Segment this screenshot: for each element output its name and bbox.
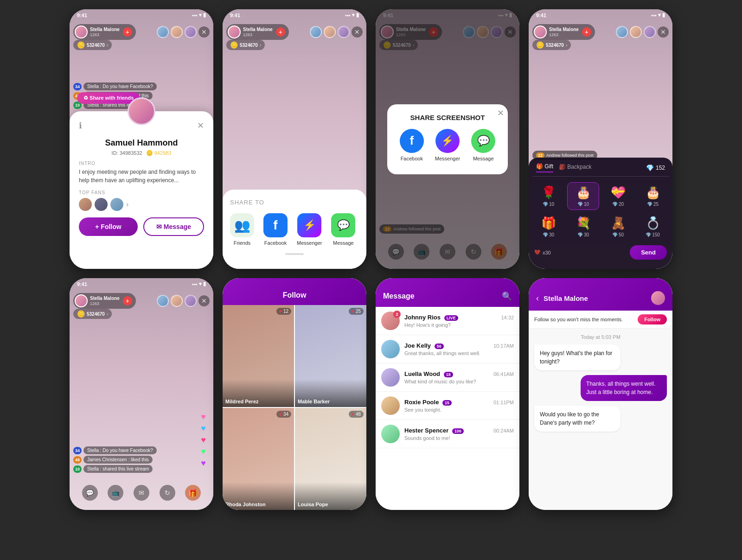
gift-box[interactable]: 🎁 💎30 xyxy=(532,213,564,241)
ss-messenger-icon: ⚡ xyxy=(435,129,460,153)
share-label-fb: Facebook xyxy=(264,240,287,246)
profile-card: ℹ ✕ Samuel Hammond ID: 34983532 🪙 942983… xyxy=(70,111,213,269)
gift-cake2[interactable]: 🎂 💎25 xyxy=(637,182,669,210)
follow-card-4[interactable]: ♥ 48 Louisa Pope xyxy=(295,408,366,510)
msg-item-4[interactable]: Roxie Poole 15 01:11PM See you tonight. xyxy=(376,392,519,420)
wifi-icon-2: ▾ xyxy=(352,12,355,18)
gift-send-row: ❤️ x30 Send xyxy=(532,245,669,260)
status-bar-1: 9:41 ▪▪▪ ▾ ▮ xyxy=(70,9,213,19)
info-icon: ℹ xyxy=(79,121,82,131)
intro-text: I enjoy meeting new people and finding w… xyxy=(79,168,204,185)
ss-messenger[interactable]: ⚡ Messenger xyxy=(435,129,460,161)
screenshot-overlay: ✕ SHARE SCREENSHOT f Facebook ⚡ Messenge… xyxy=(376,9,519,269)
chat-header: ‹ Stella Malone xyxy=(529,278,672,311)
phone-2-share: 9:41 ▪▪▪ ▾ ▮ Stella Malone 1263 + ✕ xyxy=(223,9,366,269)
msg-header-title: Message xyxy=(383,292,415,300)
streamer-avatar-1 xyxy=(75,25,88,38)
fan-1 xyxy=(79,198,92,211)
message-button[interactable]: ✉ Message xyxy=(143,217,204,236)
chat-btn-5[interactable]: 💬 xyxy=(82,485,98,501)
follow-count-3: ♥ 34 xyxy=(276,411,291,418)
phone-1-profile: 9:41 ▪▪▪ ▾ ▮ Stella Malone 1263 + ✕ xyxy=(70,9,213,269)
signal-icon-2: ▪▪▪ xyxy=(345,13,351,18)
share-label-messenger: Messenger xyxy=(297,240,322,246)
gift-panel: 🎁 Gift 🎒 Backpack 💎 152 🌹 💎10 🎂 💎10 💝 xyxy=(529,158,672,269)
coins-bar-1[interactable]: 🪙 5324670 › xyxy=(73,40,112,50)
follow-count-4: ♥ 48 xyxy=(349,411,364,418)
chat-messages: Today at 5:03 PM Hey guys! What's the pl… xyxy=(529,329,672,510)
message-page: Message 🔍 2 Johnny Rios LIVE 14:32 Hey! … xyxy=(376,278,519,510)
msg-item-2[interactable]: Joe Kelly 56 10:17AM Great thanks, all t… xyxy=(376,335,519,363)
msg-header: Message 🔍 xyxy=(376,278,519,307)
screen-btn-5[interactable]: 📺 xyxy=(108,485,123,501)
follow-count-1: ♥ 12 xyxy=(276,308,291,315)
battery-icon-2: ▮ xyxy=(356,12,359,18)
share-friends[interactable]: 👥 Friends xyxy=(230,213,254,246)
chat-header-name: Stella Malone xyxy=(544,294,646,302)
status-icons-2: ▪▪▪ ▾ ▮ xyxy=(345,12,359,18)
close-btn-2[interactable]: ✕ xyxy=(352,26,363,38)
close-btn-5[interactable]: ✕ xyxy=(198,295,210,306)
viewer-av-2 xyxy=(324,26,336,38)
msg-search-icon[interactable]: 🔍 xyxy=(502,291,512,301)
follow-card-1[interactable]: ♥ 12 Mildred Perez xyxy=(223,305,294,407)
send-button[interactable]: Send xyxy=(630,245,667,260)
follow-name-1: Mildred Perez xyxy=(225,399,259,404)
message-icon-share: 💬 xyxy=(331,213,355,237)
follow-card-2[interactable]: ♥ 25 Mable Barker xyxy=(295,305,366,407)
ss-facebook[interactable]: f Facebook xyxy=(400,129,424,161)
share-message[interactable]: 💬 Message xyxy=(331,213,355,246)
gift-bear[interactable]: 🧸 💎50 xyxy=(602,213,634,241)
profile-actions: + Follow ✉ Message xyxy=(79,217,204,236)
msg-unread-1: 2 xyxy=(393,311,401,318)
phone-6-follow: Follow ♥ 12 Mildred Perez ♥ 25 M xyxy=(223,278,366,510)
close-profile-btn[interactable]: ✕ xyxy=(197,121,204,131)
streamer-name-wrap-1: Stella Malone 1263 xyxy=(90,27,120,37)
phone-8-chat: ‹ Stella Malone Follow so you won't miss… xyxy=(529,278,672,510)
follow-card-3[interactable]: ♥ 34 Rhoda Johnston xyxy=(223,408,294,510)
gift-tabs: 🎁 Gift 🎒 Backpack 💎 152 xyxy=(532,163,669,177)
refresh-btn-5[interactable]: ↻ xyxy=(160,485,175,501)
follow-button[interactable]: + Follow xyxy=(79,217,138,236)
share-facebook[interactable]: f Facebook xyxy=(263,213,288,246)
close-btn-1[interactable]: ✕ xyxy=(198,26,210,38)
top-fans-row: › xyxy=(79,198,204,211)
coins-bar-2[interactable]: 🪙 5324670 › xyxy=(226,40,265,50)
plus-btn-2[interactable]: + xyxy=(276,27,285,37)
chat-back-btn[interactable]: ‹ xyxy=(536,293,539,303)
gift-btn-5[interactable]: 🎁 xyxy=(185,485,201,501)
coins-num: 942983 xyxy=(154,150,172,156)
share-title: SHARE TO xyxy=(230,199,359,206)
ss-message[interactable]: 💬 Message xyxy=(471,129,495,161)
gift-heart[interactable]: 💝 💎20 xyxy=(602,182,634,210)
gift-rose[interactable]: 🌹 💎10 xyxy=(532,182,564,210)
gift-bouquet[interactable]: 💐 💎30 xyxy=(567,213,599,241)
gift-tab-gift[interactable]: 🎁 Gift xyxy=(536,163,553,172)
screenshot-close-btn[interactable]: ✕ xyxy=(497,108,504,118)
bubble-row-1: Hey guys! What's the plan for tonight? xyxy=(534,344,667,370)
streamer-info-1[interactable]: Stella Malone 1263 + xyxy=(73,24,136,40)
mail-btn-5[interactable]: ✉ xyxy=(134,485,149,501)
plus-btn-1[interactable]: + xyxy=(123,27,132,37)
chat-msg-5-3: 10 Stella : shared this live stream xyxy=(73,465,157,473)
msg-item-3[interactable]: Luella Wood 18 06:41AM What kind of musi… xyxy=(376,363,519,392)
streamer-info-2[interactable]: Stella Malone 1263 + xyxy=(226,24,289,40)
close-btn-4[interactable]: ✕ xyxy=(658,26,669,38)
follow-name-2: Mable Barker xyxy=(298,399,330,404)
bubble-row-3: Would you like to go the Dane's party wi… xyxy=(534,406,667,432)
follow-banner-btn[interactable]: Follow xyxy=(638,314,667,325)
viewer-avatar-3 xyxy=(185,26,197,38)
gift-cake[interactable]: 🎂 💎10 xyxy=(567,182,599,210)
profile-avatar-large xyxy=(128,97,155,125)
status-bar-5: 9:41 ▪▪▪ ▾ ▮ xyxy=(70,278,213,288)
msg-item-1[interactable]: 2 Johnny Rios LIVE 14:32 Hey! How's it g… xyxy=(376,307,519,335)
msg-item-5[interactable]: Hester Spencer 106 00:24AM Sounds good t… xyxy=(376,420,519,448)
gift-tab-backpack[interactable]: 🎒 Backpack xyxy=(559,163,591,172)
gift-ring[interactable]: 💍 💎150 xyxy=(637,213,669,241)
profile-id-row: ID: 34983532 🪙 942983 xyxy=(79,150,204,156)
fan-more: › xyxy=(126,200,128,209)
chat-msg-5-2: 48 James Christensen : liked this xyxy=(73,456,157,464)
bottom-row: 9:41 ▪▪▪ ▾ ▮ Stella Malone 1263 + ✕ xyxy=(9,278,733,510)
share-messenger[interactable]: ⚡ Messenger xyxy=(297,213,322,246)
hearts-5: ♥ ♥ ♥ ♥ ♥ xyxy=(201,412,206,468)
